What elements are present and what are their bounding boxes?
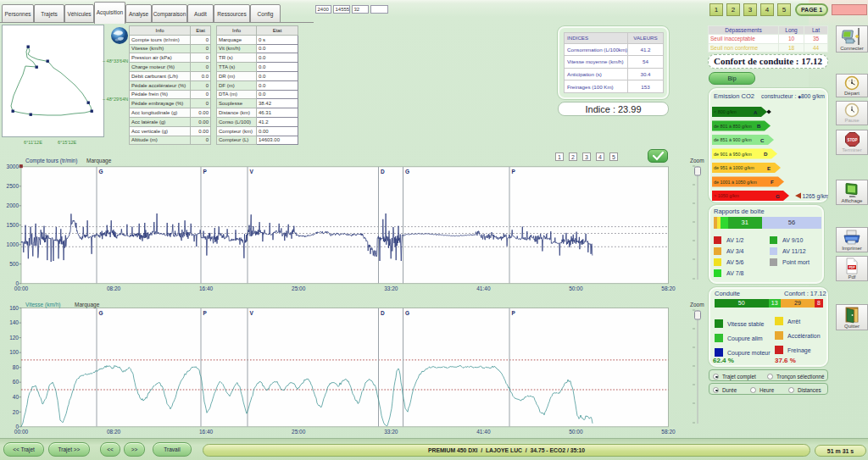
svg-text:Vitesse (km/h): Vitesse (km/h) [25,302,60,308]
svg-text:G: G [405,310,409,316]
svg-text:80: 80 [13,364,19,370]
svg-text:120: 120 [9,335,19,341]
svg-text:P: P [203,310,208,316]
svg-text:140: 140 [9,319,19,325]
svg-text:500: 500 [9,261,19,267]
svg-text:40: 40 [13,394,19,400]
svg-text:D: D [381,310,385,316]
svg-text:41:40: 41:40 [476,429,491,435]
svg-text:G: G [99,310,103,316]
svg-text:33:20: 33:20 [384,285,398,291]
svg-text:58:20: 58:20 [661,429,676,435]
svg-text:50:00: 50:00 [569,429,583,435]
svg-text:41:40: 41:40 [476,285,491,291]
svg-text:P: P [512,310,516,316]
svg-text:25:00: 25:00 [292,429,306,435]
svg-text:G: G [99,169,103,175]
svg-text:V: V [250,310,254,316]
svg-text:D: D [381,169,385,175]
svg-text:58:20: 58:20 [661,285,676,291]
svg-text:P: P [203,169,208,175]
svg-text:V: V [250,169,254,175]
svg-text:33:20: 33:20 [384,429,398,435]
svg-text:50:00: 50:00 [569,285,583,291]
svg-text:08:20: 08:20 [107,285,121,291]
svg-text:16:40: 16:40 [199,429,214,435]
svg-text:100: 100 [9,349,19,355]
svg-text:20: 20 [13,409,19,415]
svg-text:3000: 3000 [7,163,19,169]
svg-text:G: G [405,169,409,175]
svg-text:60: 60 [13,379,19,385]
svg-text:160: 160 [9,305,19,311]
svg-text:Marquage: Marquage [86,158,112,164]
svg-text:08:20: 08:20 [107,429,121,435]
svg-text:16:40: 16:40 [199,285,214,291]
svg-text:2000: 2000 [7,202,19,208]
svg-text:00:00: 00:00 [14,285,29,291]
svg-text:00:00: 00:00 [14,429,29,435]
svg-text:1000: 1000 [7,241,19,247]
svg-text:25:00: 25:00 [292,285,306,291]
svg-text:2500: 2500 [7,183,19,189]
svg-text:P: P [512,169,516,175]
svg-text:Marquage: Marquage [75,302,100,308]
svg-text:1500: 1500 [7,222,19,228]
svg-text:Compte tours (tr/min): Compte tours (tr/min) [25,158,77,164]
